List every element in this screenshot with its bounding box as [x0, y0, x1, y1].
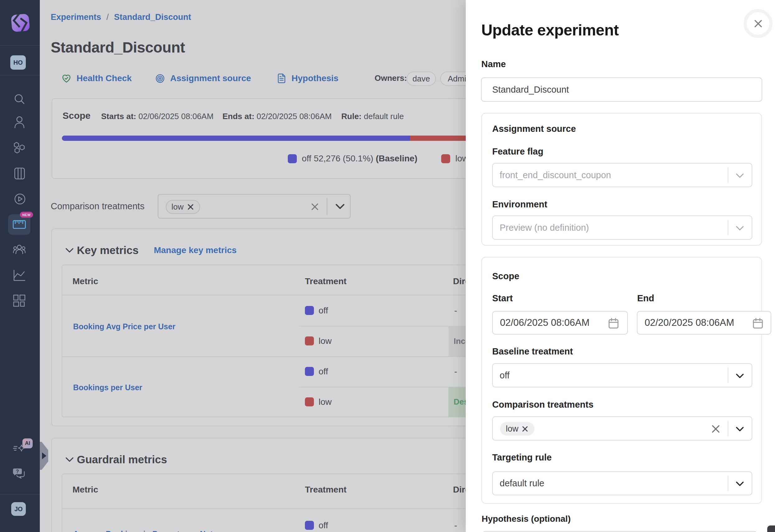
svg-text:?: ? — [16, 469, 19, 474]
